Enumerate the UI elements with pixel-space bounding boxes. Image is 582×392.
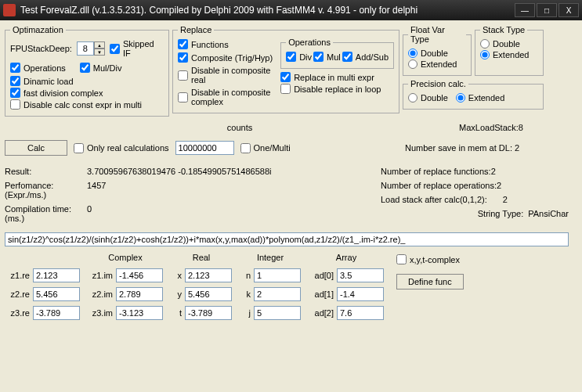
dis-complex-checkbox[interactable] (178, 92, 188, 102)
skipped-if-checkbox[interactable] (110, 44, 120, 54)
array-header: Array (309, 253, 384, 262)
maxload-label: MaxLoadStack:8 (405, 123, 577, 132)
ad2-input[interactable] (337, 306, 384, 320)
close-button[interactable]: X (559, 3, 579, 17)
muldiv-checkbox[interactable] (80, 63, 90, 73)
ad1-input[interactable] (337, 287, 384, 301)
strtype-value: PAnsiChar (528, 209, 569, 218)
only-real-checkbox[interactable] (74, 143, 84, 153)
real-header: Real (171, 253, 232, 262)
st-double-radio[interactable] (480, 39, 490, 49)
div-checkbox[interactable] (286, 52, 296, 62)
stack-type-group: Stack Type Double Extended (475, 25, 544, 76)
x-input[interactable] (185, 268, 232, 282)
y-input[interactable] (185, 287, 232, 301)
numops-label: Number of replace operations:2 (381, 181, 569, 190)
numfunc-label: Number of replace functions:2 (381, 167, 569, 176)
z3re-input[interactable] (33, 306, 80, 320)
prec-extended-radio[interactable] (456, 93, 465, 102)
expression-input[interactable] (5, 232, 569, 246)
fastdiv-checkbox[interactable] (10, 88, 20, 98)
loadstack-value: 2 (503, 195, 508, 204)
z1re-input[interactable] (33, 268, 80, 282)
replace-multi-checkbox[interactable] (280, 72, 291, 82)
composite-checkbox[interactable] (178, 52, 188, 63)
functions-checkbox[interactable] (178, 39, 188, 49)
fpu-spin-up[interactable]: ▲ (94, 41, 105, 49)
integer-header: Integer (240, 253, 301, 262)
dis-real-checkbox[interactable] (178, 70, 188, 81)
st-extended-radio[interactable] (480, 50, 490, 59)
fpu-spin-down[interactable]: ▼ (94, 49, 105, 56)
fpu-label: FPUStackDeep: (10, 44, 72, 53)
loadstack-label: Load stack after calc(0,1,2): (381, 195, 487, 204)
j-input[interactable] (254, 306, 301, 320)
maximize-button[interactable]: □ (537, 3, 557, 17)
disable-const-checkbox[interactable] (10, 99, 20, 110)
counts-input[interactable] (175, 141, 234, 155)
k-input[interactable] (254, 287, 301, 301)
fvt-double-radio[interactable] (408, 49, 418, 58)
minimize-button[interactable]: — (515, 3, 535, 17)
ad0-input[interactable] (337, 268, 384, 282)
z1im-input[interactable] (116, 268, 163, 282)
ops-legend: Operations (286, 38, 333, 47)
z2im-input[interactable] (116, 287, 163, 301)
xyt-complex-checkbox[interactable] (396, 254, 407, 264)
precision-group: Precision calc. Double Extended (403, 79, 544, 110)
replace-group: Replace Functions Composite (Trig/Hyp) D… (172, 25, 399, 113)
float-var-type-group: Float Var Type Double Extended (403, 25, 472, 76)
dinamic-checkbox[interactable] (10, 76, 20, 86)
titlebar: Test ForevalZ.dll (v.1.3.5.231). Compile… (0, 0, 582, 20)
calc-button[interactable]: Calc (5, 140, 67, 156)
addsub-checkbox[interactable] (342, 52, 352, 62)
z3im-input[interactable] (116, 306, 163, 320)
perf-label: Perfomance: (Expr./ms.) (5, 181, 87, 200)
operations-group: Operations Div Mul Add/Sub (280, 38, 394, 69)
mul-checkbox[interactable] (313, 52, 324, 62)
perf-value: 1457 (87, 181, 106, 200)
app-icon (3, 4, 16, 16)
n-input[interactable] (254, 268, 301, 282)
t-input[interactable] (185, 306, 232, 320)
comp-label: Compilation time: (ms.) (5, 204, 87, 223)
define-func-button[interactable]: Define func (396, 274, 464, 290)
optimization-group: Optimazation FPUStackDeep: ▲ ▼ Skipped I… (5, 25, 169, 117)
fvt-extended-radio[interactable] (408, 59, 418, 69)
complex-header: Complex (88, 253, 163, 262)
prec-double-radio[interactable] (408, 93, 418, 102)
strtype-label: String Type: (478, 209, 524, 218)
one-multi-checkbox[interactable] (240, 143, 251, 153)
numsave-label: Number save in mem at DL: 2 (405, 143, 577, 153)
operations-checkbox[interactable] (10, 63, 20, 73)
comp-value: 0 (87, 204, 92, 223)
optimization-legend: Optimazation (10, 25, 66, 34)
fpu-stack-input[interactable] (77, 41, 94, 56)
result-label: Result: (5, 167, 87, 176)
result-value: 3.70095967638019476 -0.18549905751486588… (87, 167, 272, 176)
z2re-input[interactable] (33, 287, 80, 301)
disable-loop-checkbox[interactable] (280, 84, 291, 94)
window-title: Test ForevalZ.dll (v.1.3.5.231). Compile… (20, 5, 513, 16)
counts-label: counts (208, 123, 271, 132)
replace-legend: Replace (178, 25, 214, 34)
